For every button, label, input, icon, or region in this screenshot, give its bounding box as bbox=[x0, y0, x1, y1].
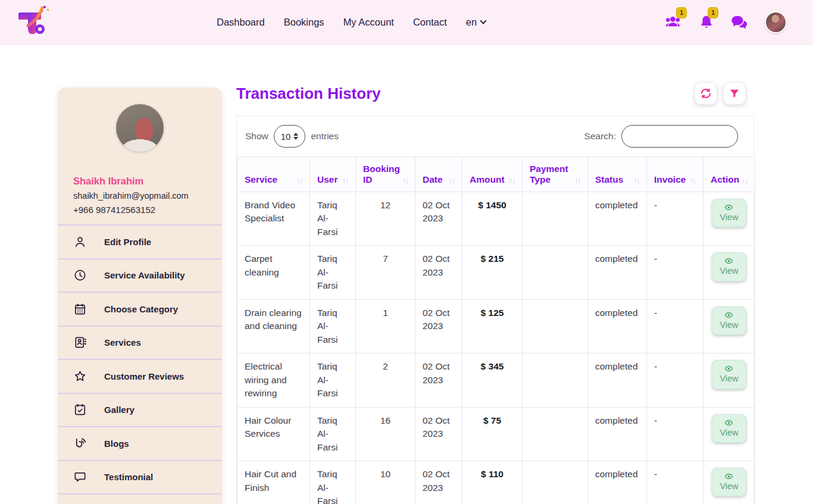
col-service[interactable]: Service↑↓ bbox=[237, 157, 310, 192]
cell-invoice: - bbox=[647, 246, 703, 299]
cell-service: Electrical wiring and rewiring bbox=[237, 353, 310, 407]
table-header-row: Service↑↓ User↑↓ Booking ID↑↓ Date↑↓ Amo… bbox=[237, 157, 755, 192]
table-row: Drain clearing and cleaning Tariq Al-Far… bbox=[237, 299, 755, 353]
cell-user: Tariq Al-Farsi bbox=[310, 299, 356, 353]
header-avatar[interactable] bbox=[765, 11, 787, 33]
cell-status: completed bbox=[588, 461, 647, 504]
cell-status: completed bbox=[588, 407, 647, 461]
view-button[interactable]: View bbox=[712, 252, 746, 281]
cell-booking-id: 1 bbox=[356, 299, 415, 353]
cell-service: Carpet cleaning bbox=[237, 246, 310, 299]
col-action[interactable]: Action↑↓ bbox=[703, 157, 755, 192]
users-icon[interactable]: 1 bbox=[663, 13, 683, 31]
nav-my-account[interactable]: My Account bbox=[343, 17, 394, 28]
profile-email: shaikh_ibrahim@yopmail.com bbox=[73, 191, 207, 201]
view-button-label: View bbox=[720, 374, 738, 384]
sidebar-item-label: Testimonial bbox=[104, 472, 153, 482]
cell-action: View bbox=[703, 461, 755, 504]
nav-bookings[interactable]: Bookings bbox=[284, 17, 324, 28]
eye-icon bbox=[724, 256, 734, 265]
col-label: User bbox=[317, 174, 337, 185]
cell-invoice: - bbox=[647, 299, 703, 353]
transactions-card: Show 10 entries Search: bbox=[236, 115, 754, 504]
search-input[interactable] bbox=[621, 125, 738, 148]
col-booking-id[interactable]: Booking ID↑↓ bbox=[356, 157, 415, 192]
col-amount[interactable]: Amount↑↓ bbox=[462, 157, 523, 192]
sidebar-item-label: Service Availability bbox=[104, 270, 185, 280]
refresh-button[interactable] bbox=[695, 82, 717, 105]
notifications-badge: 1 bbox=[708, 7, 718, 18]
sidebar-item-label: Gallery bbox=[104, 405, 135, 415]
bell-icon[interactable]: 1 bbox=[699, 13, 714, 31]
view-button[interactable]: View bbox=[712, 414, 746, 443]
filter-icon bbox=[728, 87, 740, 99]
cell-date: 02 Oct 2023 bbox=[415, 461, 462, 504]
view-button[interactable]: View bbox=[712, 468, 746, 496]
user-icon bbox=[73, 235, 87, 249]
language-dropdown[interactable]: en bbox=[466, 17, 486, 28]
cell-date: 02 Oct 2023 bbox=[415, 407, 462, 461]
cell-user: Tariq Al-Farsi bbox=[310, 246, 356, 299]
cell-payment-type bbox=[523, 461, 588, 504]
sidebar-item-gallery[interactable]: Gallery bbox=[58, 393, 222, 427]
cell-booking-id: 16 bbox=[356, 407, 415, 461]
transactions-table: Service↑↓ User↑↓ Booking ID↑↓ Date↑↓ Amo… bbox=[237, 156, 755, 504]
entries-select-value: 10 bbox=[281, 132, 291, 142]
table-row: Brand Video Specialist Tariq Al-Farsi 12… bbox=[237, 192, 755, 246]
cell-booking-id: 10 bbox=[356, 461, 415, 504]
calendar-check-icon bbox=[73, 403, 87, 417]
cell-invoice: - bbox=[647, 407, 703, 461]
show-label: Show bbox=[245, 131, 268, 142]
eye-icon bbox=[724, 364, 734, 373]
col-status[interactable]: Status↑↓ bbox=[588, 157, 647, 192]
eye-icon bbox=[724, 472, 734, 481]
app-logo[interactable] bbox=[15, 5, 51, 39]
view-button[interactable]: View bbox=[712, 199, 746, 227]
sidebar-item-blogs[interactable]: Blogs bbox=[58, 426, 222, 460]
sidebar-item-services[interactable]: Services bbox=[58, 325, 222, 359]
table-row: Carpet cleaning Tariq Al-Farsi 7 02 Oct … bbox=[237, 246, 755, 299]
cell-status: completed bbox=[588, 246, 647, 299]
view-button[interactable]: View bbox=[712, 360, 746, 389]
sidebar-item-payment-method[interactable]: Payment Method bbox=[58, 493, 222, 504]
profile-name: Shaikh Ibrahim bbox=[73, 176, 207, 187]
col-payment-type[interactable]: Payment Type↑↓ bbox=[523, 157, 588, 192]
sidebar-item-customer-reviews[interactable]: Customer Reviews bbox=[58, 359, 222, 393]
cell-booking-id: 2 bbox=[356, 353, 415, 407]
sidebar-item-label: Edit Profile bbox=[104, 237, 151, 247]
filter-button[interactable] bbox=[723, 82, 746, 105]
entries-select[interactable]: 10 bbox=[274, 125, 306, 148]
search-label: Search: bbox=[584, 131, 616, 142]
nav-dashboard[interactable]: Dashboard bbox=[217, 17, 265, 28]
sidebar-item-label: Services bbox=[104, 337, 141, 348]
clock-icon bbox=[73, 268, 87, 282]
eye-icon bbox=[724, 418, 734, 427]
sort-icon: ↑↓ bbox=[402, 177, 408, 185]
cell-action: View bbox=[703, 192, 755, 246]
sidebar-item-choose-category[interactable]: Choose Category bbox=[58, 292, 222, 325]
nav-contact[interactable]: Contact bbox=[413, 17, 447, 28]
sidebar-item-edit-profile[interactable]: Edit Profile bbox=[58, 224, 222, 258]
refresh-icon bbox=[700, 87, 712, 99]
sidebar-item-service-availability[interactable]: Service Availability bbox=[58, 258, 222, 292]
col-label: Date bbox=[423, 174, 443, 185]
chat-icon[interactable] bbox=[730, 13, 749, 31]
view-button-label: View bbox=[720, 481, 738, 492]
view-button[interactable]: View bbox=[712, 306, 746, 335]
cell-payment-type bbox=[523, 192, 588, 246]
col-date[interactable]: Date↑↓ bbox=[415, 157, 462, 192]
col-invoice[interactable]: Invoice↑↓ bbox=[647, 157, 703, 192]
speech-bubble-icon bbox=[73, 470, 87, 484]
cell-service: Drain clearing and cleaning bbox=[237, 299, 310, 353]
select-arrows-icon bbox=[293, 133, 298, 140]
cell-date: 02 Oct 2023 bbox=[415, 246, 462, 299]
cell-amount: $ 125 bbox=[462, 299, 523, 353]
sidebar-item-testimonial[interactable]: Testimonial bbox=[58, 460, 222, 494]
col-user[interactable]: User↑↓ bbox=[310, 157, 356, 192]
sort-icon: ↑↓ bbox=[509, 177, 515, 185]
table-row: Hair Cut and Finish Tariq Al-Farsi 10 02… bbox=[237, 461, 755, 504]
cell-user: Tariq Al-Farsi bbox=[310, 461, 356, 504]
language-label: en bbox=[466, 17, 477, 28]
cell-date: 02 Oct 2023 bbox=[415, 192, 462, 246]
table-row: Hair Colour Services Tariq Al-Farsi 16 0… bbox=[237, 407, 755, 461]
